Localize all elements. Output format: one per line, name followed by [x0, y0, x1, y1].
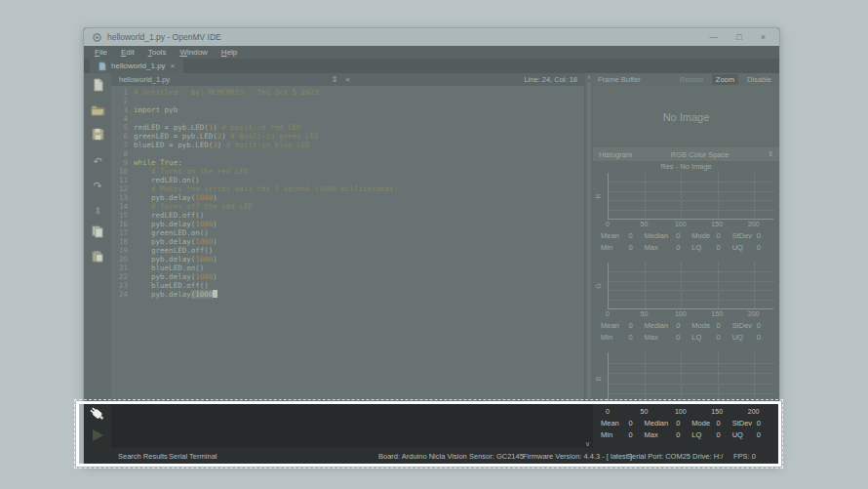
- plug-icon: [88, 405, 107, 424]
- line-number: 23: [111, 281, 128, 290]
- stat-label: UQ: [732, 430, 743, 439]
- doc-dropdown-icon[interactable]: ⇕: [332, 76, 338, 84]
- disable-button[interactable]: Disable: [744, 75, 774, 84]
- x-tick: 150: [711, 310, 723, 317]
- toolbar-cut-button[interactable]: ✂: [89, 201, 106, 217]
- status-item: Board: Arduino Nicla Vision: [378, 452, 467, 461]
- histogram-title: Histogram: [599, 150, 632, 159]
- code-line: 3import pyb: [111, 105, 584, 114]
- code-area[interactable]: 1# Untitled - By: MCMCHRIS - Thu Oct 5 2…: [111, 86, 584, 402]
- bottom-tab-search-results[interactable]: Search Results: [118, 452, 168, 461]
- connect-button[interactable]: [88, 405, 107, 424]
- code-line: 16 pyb.delay(1000): [111, 220, 584, 228]
- stat-value: 0: [757, 419, 761, 428]
- window-title: helloworld_1.py - OpenMV IDE: [107, 32, 221, 42]
- stats-row: Mean0Median0Mode0StDev0: [601, 319, 772, 331]
- menu-item-edit[interactable]: Edit: [114, 48, 141, 57]
- maximize-button[interactable]: □: [736, 33, 741, 42]
- minimize-button[interactable]: —: [709, 33, 718, 42]
- doc-tab-label: helloworld_1.py: [119, 75, 324, 84]
- line-number: 2: [111, 97, 128, 105]
- stat-value: 0: [757, 243, 761, 252]
- toolbar-redo-button[interactable]: ↷: [89, 177, 106, 192]
- stat-value: 0: [676, 243, 680, 252]
- strip-toolbar: [84, 402, 111, 448]
- menu-item-tools[interactable]: Tools: [141, 48, 174, 57]
- cut-icon: ✂: [94, 200, 101, 218]
- stat-label: StDev: [732, 231, 752, 240]
- code-line: 2: [111, 97, 584, 105]
- x-tick: 50: [640, 310, 648, 317]
- file-tab-helloworld[interactable]: helloworld_1.py ×: [90, 59, 183, 73]
- color-space-dropdown-icon[interactable]: ⇕: [768, 150, 773, 158]
- code-line: 5redLED = pyb.LED(1) # built-in red LED: [111, 123, 584, 132]
- toolbar-paste-button[interactable]: [89, 250, 106, 265]
- toolbar-undo-button[interactable]: ↶: [89, 152, 106, 168]
- status-item: FPS: 0: [733, 452, 756, 461]
- stat-value: 0: [717, 231, 721, 240]
- close-button[interactable]: ×: [761, 33, 766, 42]
- zoom-button[interactable]: Zoom: [712, 74, 738, 85]
- stat-value: 0: [757, 430, 761, 439]
- doc-close-icon[interactable]: ×: [345, 76, 350, 84]
- stat-value: 0: [717, 430, 721, 439]
- stat-value: 0: [676, 333, 680, 342]
- menu-item-help[interactable]: Help: [215, 48, 244, 57]
- histogram-plot-b: B: [608, 352, 773, 404]
- color-space-select[interactable]: RGB Color Space: [632, 150, 768, 159]
- toolbar-copy-button[interactable]: [89, 225, 106, 241]
- stat-label: StDev: [732, 321, 752, 330]
- stat-label: LQ: [691, 243, 701, 252]
- stat-label: Min: [601, 430, 612, 439]
- bottom-tab-serial-terminal[interactable]: Serial Terminal: [169, 452, 217, 461]
- title-bar[interactable]: helloworld_1.py - OpenMV IDE — □ ×: [84, 28, 779, 46]
- histogram-plot-g: G: [608, 263, 773, 309]
- resolution-label: Res - No Image: [593, 161, 779, 173]
- menu-bar: FileEditToolsWindowHelp: [84, 46, 779, 59]
- bottom-strip: ∨ 050100150200Mean0Median0Mode0StDev0Min…: [84, 402, 779, 465]
- text-cursor: [213, 290, 217, 298]
- stat-value: 0: [676, 419, 680, 428]
- tab-close-icon[interactable]: ×: [171, 61, 176, 70]
- collapse-chevron-icon[interactable]: ∨: [585, 440, 590, 448]
- stat-label: Median: [645, 419, 669, 428]
- stat-label: LQ: [691, 430, 701, 439]
- code-line: 21 blueLED.on(): [111, 264, 584, 272]
- stat-value: 0: [717, 333, 721, 342]
- stat-label: Mode: [691, 419, 710, 428]
- x-axis-ticks: 050100150200: [608, 220, 773, 229]
- stat-label: Median: [645, 321, 669, 330]
- toolbar-save-button[interactable]: [89, 128, 106, 143]
- code-line: 19 greenLED.off(): [111, 246, 584, 255]
- undo-icon: ↶: [93, 151, 101, 169]
- stat-label: Max: [645, 430, 658, 439]
- x-tick: 50: [640, 408, 648, 415]
- x-tick: 200: [748, 408, 760, 415]
- stat-label: Mean: [601, 231, 619, 240]
- stat-value: 0: [628, 419, 632, 428]
- editor-doc-tab[interactable]: helloworld_1.py ⇕ ×: [111, 75, 350, 84]
- stats-row: Min0Max0LQ0UQ0: [601, 428, 772, 440]
- stat-label: LQ: [691, 333, 701, 342]
- run-script-button[interactable]: [93, 429, 103, 441]
- line-number: 12: [111, 184, 128, 193]
- editor-scrollbar[interactable]: ∧: [584, 73, 593, 402]
- line-number: 1: [111, 88, 128, 97]
- menu-item-window[interactable]: Window: [173, 48, 214, 57]
- x-tick: 0: [606, 310, 610, 317]
- record-button[interactable]: Record: [677, 75, 706, 84]
- histogram-header: Histogram RGB Color Space ⇕: [593, 147, 779, 161]
- no-image-placeholder: No Image: [663, 111, 710, 123]
- code-line: 11 redLED.on(): [111, 176, 584, 184]
- code-line: 1# Untitled - By: MCMCHRIS - Thu Oct 5 2…: [111, 88, 584, 97]
- menu-item-file[interactable]: File: [88, 48, 114, 57]
- stat-value: 0: [628, 333, 632, 342]
- stat-label: UQ: [732, 333, 743, 342]
- scroll-up-icon[interactable]: ∧: [585, 73, 593, 80]
- stat-value: 0: [628, 321, 632, 330]
- line-number: 19: [111, 246, 128, 255]
- toolbar-new-file-button[interactable]: [89, 79, 106, 95]
- serial-terminal-area[interactable]: ∨: [111, 402, 593, 448]
- toolbar-open-folder-button[interactable]: [89, 103, 106, 119]
- line-number: 20: [111, 255, 128, 264]
